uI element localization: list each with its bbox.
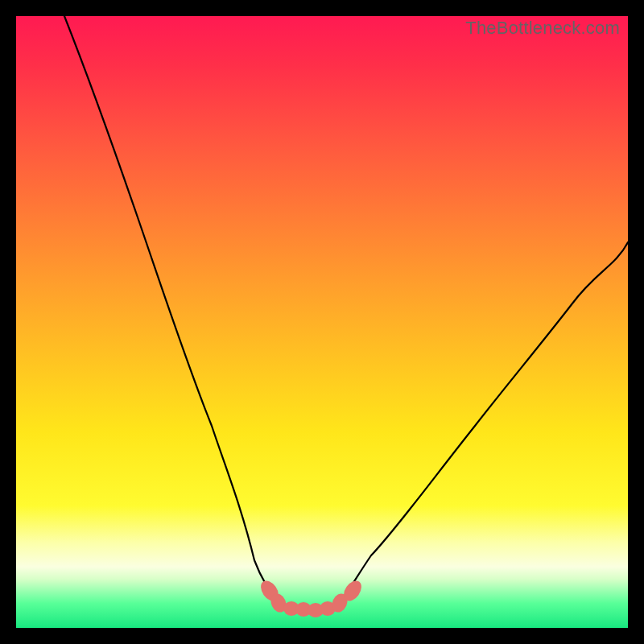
outer-frame: TheBottleneck.com	[0, 0, 644, 644]
left-curve	[64, 16, 279, 603]
salmon-blob-cluster	[258, 577, 365, 617]
plot-area: TheBottleneck.com	[16, 16, 628, 628]
watermark-text: TheBottleneck.com	[465, 18, 620, 39]
chart-svg	[16, 16, 628, 628]
right-curve	[340, 242, 628, 603]
